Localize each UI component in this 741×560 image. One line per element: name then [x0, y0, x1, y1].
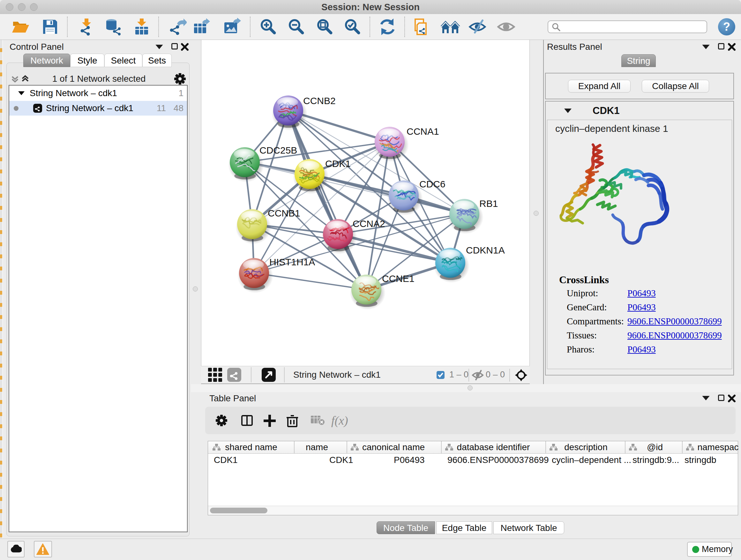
svg-text:CCNB1: CCNB1: [268, 208, 300, 219]
svg-text:CDK1: CDK1: [325, 159, 351, 169]
svg-text:HIST1H1A: HIST1H1A: [269, 257, 315, 267]
svg-text:CCNA1: CCNA1: [407, 126, 439, 137]
svg-text:CDKN1A: CDKN1A: [466, 245, 505, 255]
svg-text:RB1: RB1: [479, 198, 498, 209]
svg-text:CDC6: CDC6: [419, 179, 446, 189]
svg-text:CCNA2: CCNA2: [353, 219, 385, 229]
svg-text:CCNB2: CCNB2: [303, 96, 336, 106]
svg-text:CDC25B: CDC25B: [259, 145, 297, 155]
svg-text:CCNE1: CCNE1: [382, 273, 414, 284]
